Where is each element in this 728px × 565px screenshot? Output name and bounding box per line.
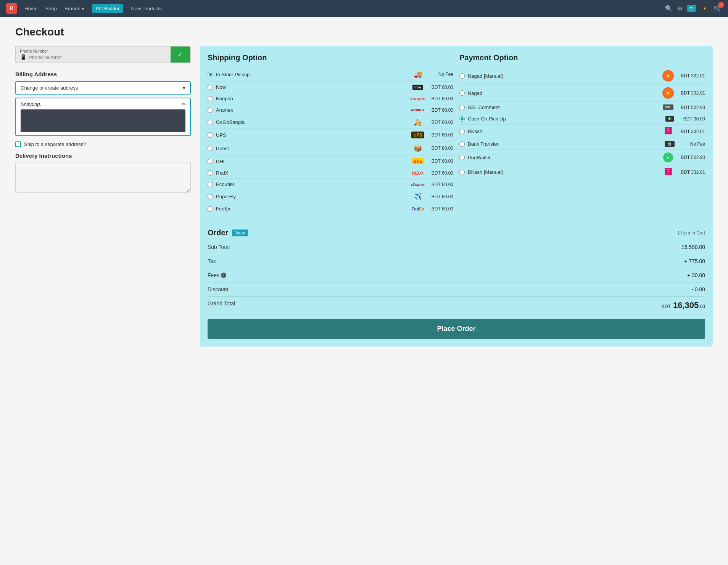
- shipping-radio-fedex[interactable]: [208, 206, 213, 212]
- cart-icon[interactable]: 🛒 1: [714, 4, 722, 13]
- payment-option-row: SSL Commerz SSL BDT 502.90: [459, 102, 705, 113]
- nav-brands[interactable]: Brands ▾: [64, 6, 84, 11]
- phone-inner: Phone Number 📱: [16, 47, 171, 63]
- payment-option-row: Bank Transfer 🏦 No Fee: [459, 138, 705, 150]
- payment-radio-bkash-manual[interactable]: [459, 170, 465, 175]
- payment-logo: N: [659, 87, 678, 99]
- payment-radio-nagad[interactable]: [459, 90, 465, 96]
- shipping-logo: DHL: [408, 158, 427, 164]
- shipping-radio-ups[interactable]: [208, 132, 213, 138]
- nav-shop[interactable]: Shop: [45, 6, 57, 11]
- payment-logo: 💵: [660, 116, 679, 122]
- gogo-logo: 🛵: [414, 119, 422, 126]
- payment-radio-nagad-manual[interactable]: [459, 73, 465, 79]
- shipping-option-row: GoGoBangla 🛵 BDT 60.00: [208, 116, 453, 129]
- items-in-cart: 1 Item In Cart: [677, 230, 705, 236]
- logo[interactable]: R: [6, 3, 17, 14]
- payment-price: BDT 332.01: [681, 90, 705, 96]
- billing-address-label: Billing Address: [15, 71, 191, 77]
- payment-radio-bkash[interactable]: [459, 129, 465, 134]
- settings-icon[interactable]: ⚙: [677, 5, 683, 12]
- aramex-logo: aramex: [411, 108, 424, 112]
- shipping-price: BDT 80.00: [430, 146, 453, 151]
- phone-input[interactable]: [29, 55, 167, 60]
- address-dropdown[interactable]: Change or create address ▾: [15, 81, 191, 95]
- sub-total-value: 15,500.00: [681, 244, 705, 250]
- place-order-button[interactable]: Place Order: [208, 319, 705, 339]
- redx-logo: REDX: [412, 171, 424, 175]
- left-panel: Phone Number 📱 ✓ Billing Address Change …: [15, 46, 191, 194]
- shipping-radio-now[interactable]: [208, 85, 213, 90]
- shipping-price: BDT 60.00: [430, 194, 453, 199]
- delivery-textarea[interactable]: [15, 162, 191, 193]
- shipping-option-row: Now now BDT 60.00: [208, 82, 453, 93]
- payment-option-title: Payment Option: [459, 53, 705, 62]
- shipping-radio-koopon[interactable]: [208, 96, 213, 101]
- payment-price: BDT 332.01: [681, 170, 705, 175]
- order-section: Order View 1 Item In Cart Sub Total 15,5…: [208, 222, 705, 339]
- ship-separate-checkbox[interactable]: [15, 141, 21, 147]
- bank-logo: 🏦: [665, 141, 675, 147]
- shipping-radio-redx[interactable]: [208, 170, 213, 176]
- payment-option-row: Cash On Pick Up 💵 BDT 30.00: [459, 113, 705, 125]
- payment-radio-bank[interactable]: [459, 141, 465, 147]
- checkout-layout: Phone Number 📱 ✓ Billing Address Change …: [15, 46, 713, 347]
- payment-logo: 🅱: [659, 127, 678, 135]
- shipping-radio-dhl[interactable]: [208, 159, 213, 164]
- logo-text: R: [10, 6, 13, 11]
- shipping-radio-aramex[interactable]: [208, 108, 213, 113]
- shipping-radio-instorepiclup[interactable]: [208, 72, 213, 77]
- shipping-option-row: Koopon koopon BDT 60.00: [208, 93, 453, 104]
- shipping-name: In Store Pickup: [216, 72, 405, 77]
- order-header: Order View 1 Item In Cart: [208, 228, 705, 237]
- nagad-icon: N: [662, 87, 674, 99]
- phone-field-row: 📱: [20, 54, 167, 60]
- payment-radio-cash[interactable]: [459, 116, 465, 122]
- options-grid: Shipping Option In Store Pickup 🚚 No Fee…: [208, 53, 705, 214]
- payment-name: Nagad [Manual]: [468, 73, 656, 79]
- payment-logo: SSL: [659, 104, 678, 110]
- fees-label: Fees i: [208, 272, 226, 278]
- view-badge[interactable]: View: [232, 230, 248, 236]
- payment-name: Cash On Pick Up: [468, 116, 657, 122]
- shipping-logo: FedEx: [408, 207, 427, 211]
- shipping-option-section: Shipping Option In Store Pickup 🚚 No Fee…: [208, 53, 453, 214]
- payment-radio-ssl[interactable]: [459, 105, 465, 110]
- ship-separate-row: Ship to a separate address?: [15, 141, 191, 147]
- shipping-radio-ecourier[interactable]: [208, 182, 213, 187]
- info-icon[interactable]: i: [221, 273, 226, 278]
- payment-logo: N: [659, 70, 678, 82]
- main-content: Checkout Phone Number 📱 ✓ Billing Addres…: [0, 17, 728, 356]
- now-logo: now: [412, 85, 423, 90]
- grand-total-row: Grand Total BDT 16,305.00: [208, 298, 705, 313]
- discount-row: Discount - 0.00: [208, 284, 705, 295]
- nav-new-products[interactable]: New Products: [131, 6, 162, 11]
- language-badge[interactable]: বাং: [687, 5, 696, 12]
- payment-logo: P: [659, 152, 678, 162]
- grand-total-value: BDT 16,305.00: [662, 300, 705, 310]
- shipping-option-row: In Store Pickup 🚚 No Fee: [208, 67, 453, 82]
- nav-pc-builder[interactable]: PC Builder: [92, 4, 123, 13]
- shipping-name: Direct: [216, 146, 405, 151]
- phone-label: Phone Number: [20, 49, 167, 53]
- shipping-radio-paperfly[interactable]: [208, 194, 213, 199]
- shipping-radio-direct[interactable]: [208, 146, 213, 151]
- paperfly-logo: ✈️: [414, 193, 422, 200]
- koopon-logo: koopon: [410, 96, 425, 101]
- shipping-logo: 🛵: [408, 119, 427, 126]
- payment-name: SSL Commerz: [468, 104, 656, 110]
- shipping-radio-gogobangla[interactable]: [208, 120, 213, 125]
- shipping-name: RedX: [216, 170, 405, 176]
- fees-row: Fees i + 30.00: [208, 270, 705, 281]
- edit-icon[interactable]: ✏: [182, 101, 186, 107]
- tax-label: Tax: [208, 258, 216, 264]
- nav-home[interactable]: Home: [24, 6, 38, 11]
- shipping-logo: ✈️: [408, 193, 427, 200]
- phone-submit-button[interactable]: ✓: [171, 47, 190, 63]
- shipping-name: GoGoBangla: [216, 119, 405, 125]
- user-dropdown[interactable]: ▾: [701, 4, 709, 13]
- search-icon[interactable]: 🔍: [665, 5, 673, 12]
- shipping-price: BDT 60.00: [430, 120, 453, 125]
- direct-logo: 📦: [414, 144, 422, 152]
- payment-radio-portwallet[interactable]: [459, 155, 465, 160]
